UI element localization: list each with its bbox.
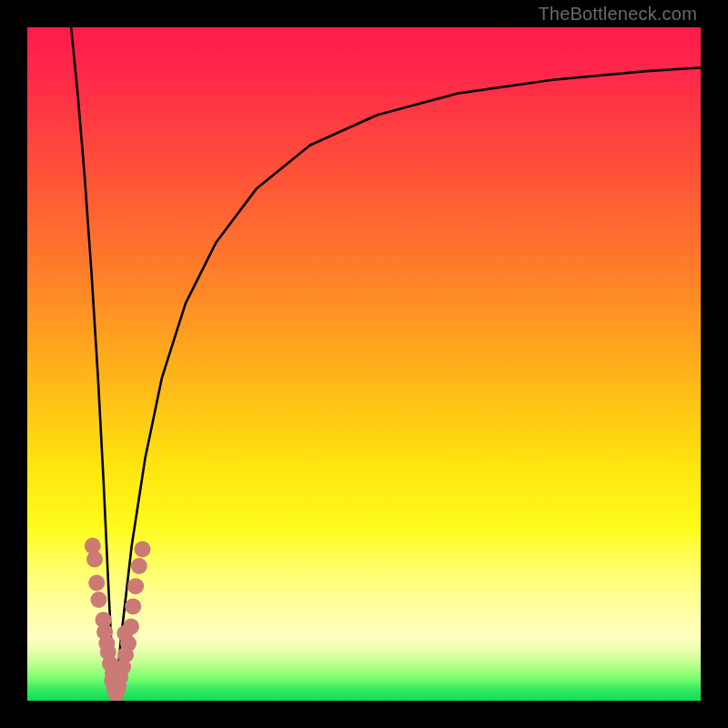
scatter-dot [127,578,144,594]
watermark-text: TheBottleneck.com [538,4,697,25]
chart-content [27,27,701,701]
plot-area [27,27,701,701]
scatter-dot [125,598,141,614]
outer-frame: TheBottleneck.com [0,0,728,728]
scatter-dot [123,619,139,635]
scatter-dot [131,558,147,574]
scatter-dot [135,541,151,558]
bottleneck-curve [71,27,701,701]
scatter-dot [86,551,103,568]
scatter-dot [90,592,106,608]
scatter-dot [88,575,105,592]
scatter-points [85,538,151,701]
